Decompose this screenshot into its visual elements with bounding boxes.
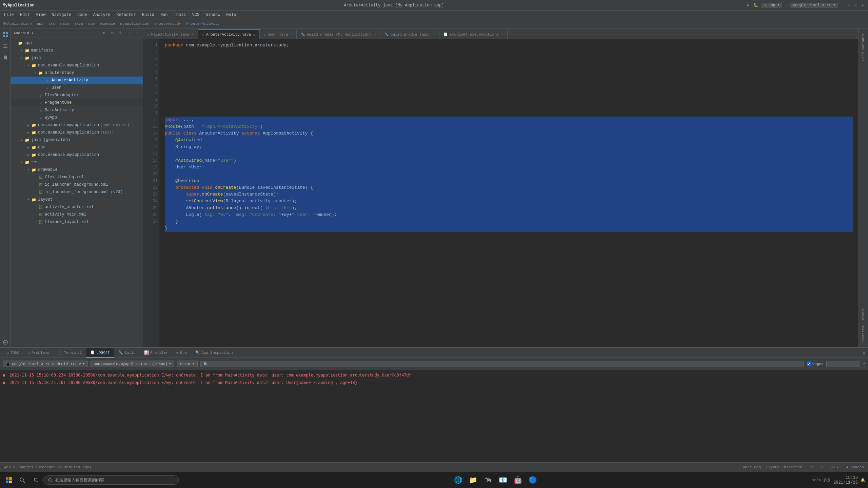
event-log-link[interactable]: Event Log — [741, 465, 761, 469]
tree-item-fragmentone[interactable]: ☕ FragmentOne — [11, 99, 143, 106]
nav-myapplication[interactable]: MyApplication — [3, 22, 32, 26]
menu-navigate[interactable]: Navigate — [49, 12, 74, 18]
panel-icon-collapse[interactable]: ÷ — [117, 30, 124, 37]
tree-item-com[interactable]: ▶ 📁 com — [11, 144, 143, 151]
tab-logcat[interactable]: 📋 Logcat — [86, 348, 114, 358]
tree-item-arouterstudy[interactable]: ▾ 📁 arouterstudy — [11, 69, 143, 77]
logcat-regex-toggle[interactable]: Regex — [807, 362, 824, 366]
menu-refactor[interactable]: Refactor — [114, 12, 139, 18]
taskbar-search-bar[interactable]: 在这里输入你要搜索的内容 — [43, 475, 179, 485]
tree-item-mainactivity[interactable]: ☕ MainActivity — [11, 106, 143, 114]
nav-app[interactable]: app — [37, 22, 43, 26]
toolbar-run-action[interactable]: ▶ — [746, 3, 751, 8]
tree-item-activity-main[interactable]: 🖼 activity_main.xml — [11, 211, 143, 218]
notification-icon[interactable]: 🔔 — [861, 478, 865, 482]
search-taskbar-button[interactable] — [16, 474, 28, 486]
tree-item-layout[interactable]: ▾ 📁 layout — [11, 196, 143, 203]
tree-item-com2[interactable]: ▶ 📁 com.example.myapplication — [11, 151, 143, 159]
menu-help[interactable]: Help — [223, 12, 239, 18]
menu-vcs[interactable]: VCS — [190, 12, 202, 18]
logcat-device-selector[interactable]: 📱 Google Pixel 3 XL Android 11, A ▾ — [3, 361, 88, 367]
app-icon[interactable]: 🤖 — [512, 474, 524, 486]
tab-buildgradle-my[interactable]: 🔧 build.gradle (My Application) ✕ — [297, 29, 380, 39]
explorer-icon[interactable]: 📁 — [467, 474, 479, 486]
tree-item-wyapp[interactable]: ☕ WyApp — [11, 114, 143, 121]
tree-item-package[interactable]: ▾ 📁 com.example.myapplication — [11, 62, 143, 69]
panel-icon-scroll[interactable]: → — [125, 30, 132, 37]
layout-inspector-link[interactable]: Layout Inspector — [766, 465, 802, 469]
start-button[interactable] — [3, 474, 15, 486]
tab-close[interactable]: ✕ — [501, 32, 503, 37]
menu-window[interactable]: Window — [203, 12, 223, 18]
tree-item-java-gen[interactable]: ▶ 📁 java (generated) — [11, 136, 143, 144]
tab-buildgradle-app[interactable]: 🔧 build.gradle (app) ✕ — [380, 29, 439, 39]
panel-icon-expand[interactable]: ⊞ — [109, 30, 116, 37]
tree-item-test[interactable]: ▶ 📁 com.example.myapplication (test) — [11, 129, 143, 136]
nav-com[interactable]: com — [88, 22, 95, 26]
tab-settings[interactable]: ⚙ — [860, 348, 868, 358]
tree-item-activity-arouter[interactable]: 🖼 activity_arouter.xml — [11, 203, 143, 211]
favorites-label[interactable]: Favorites — [860, 323, 867, 347]
tree-item-flexboxadapter[interactable]: ☕ FlexBoxAdapter — [11, 92, 143, 99]
menu-build[interactable]: Build — [139, 12, 157, 18]
maximize-button[interactable]: □ — [853, 3, 859, 8]
menu-view[interactable]: View — [33, 12, 48, 18]
logcat-search-input[interactable] — [200, 361, 804, 367]
mail-icon[interactable]: 📧 — [497, 474, 509, 486]
panel-icon-settings[interactable]: ⚙ — [101, 30, 107, 37]
tab-close[interactable]: ✕ — [191, 32, 194, 37]
menu-file[interactable]: File — [1, 12, 17, 18]
taskview-button[interactable]: ⧉ — [30, 474, 42, 486]
tab-close[interactable]: ✕ — [374, 32, 376, 37]
menu-run[interactable]: Run — [158, 12, 171, 18]
project-icon[interactable] — [1, 30, 10, 39]
chrome-icon[interactable]: 🔵 — [527, 474, 539, 486]
tree-item-flexbox-layout[interactable]: 🖼 flexbox_layout.xml — [11, 218, 143, 226]
tab-todo[interactable]: ☑ TODO — [3, 348, 24, 358]
structure-icon[interactable] — [1, 41, 10, 51]
code-body[interactable]: package com.example.myapplication.aroute… — [159, 39, 859, 347]
nav-example[interactable]: example — [100, 22, 115, 26]
toolbar-target-device[interactable]: Google Pixel 3 XL ▾ — [790, 3, 838, 8]
project-panel-title[interactable]: Android ▾ — [14, 31, 34, 35]
tree-item-res[interactable]: ▾ 📁 res — [11, 159, 143, 166]
menu-edit[interactable]: Edit — [17, 12, 33, 18]
logcat-package-selector[interactable]: com.example.myapplication (20580) ▾ — [91, 361, 174, 367]
store-icon[interactable]: 🛍 — [482, 474, 494, 486]
tab-close[interactable]: ✕ — [290, 32, 292, 37]
tab-user[interactable]: ☕ User.java ✕ — [260, 29, 297, 39]
nav-java[interactable]: java — [74, 22, 83, 26]
tree-item-java[interactable]: ▾ 📁 java — [11, 54, 143, 62]
tab-build[interactable]: 🔧 Build — [114, 348, 140, 358]
resource-manager-icon[interactable] — [1, 338, 10, 347]
toolbar-debug-action[interactable]: 🐛 — [752, 3, 760, 8]
tab-run[interactable]: ▶ Run — [173, 348, 191, 358]
close-button[interactable]: ✕ — [860, 3, 865, 8]
minimize-button[interactable]: − — [846, 3, 852, 8]
tree-item-arouteractivity[interactable]: ☕ ArouterActivity — [11, 77, 143, 84]
menu-analyze[interactable]: Analyze — [91, 12, 113, 18]
regex-checkbox[interactable] — [807, 362, 811, 366]
tree-item-ic-bg[interactable]: 🖼 ic_launcher_background.xml — [11, 181, 143, 188]
tab-arouteractivity[interactable]: ☕ ArouterActivity.java ✕ — [198, 29, 260, 39]
gradle-label[interactable]: Gradle — [860, 305, 867, 323]
nav-arouterstudy[interactable]: arouterstudy — [154, 22, 181, 26]
edge-icon[interactable]: 🌐 — [452, 474, 464, 486]
tree-item-androidtest[interactable]: ▶ 📁 com.example.myapplication (androidTe… — [11, 121, 143, 129]
tab-close[interactable]: ✕ — [253, 33, 255, 37]
menu-code[interactable]: Code — [75, 12, 90, 18]
nav-myapplication2[interactable]: myapplication — [120, 22, 150, 26]
tab-profiler[interactable]: 📊 Profiler — [140, 348, 173, 358]
nav-arouteractivity[interactable]: ArouterActivity — [186, 22, 220, 26]
tree-item-flex-bg[interactable]: 🖼 flex_item_bg.xml — [11, 174, 143, 181]
nav-src[interactable]: src — [48, 22, 55, 26]
tab-app-inspection[interactable]: 🔍 App Inspection — [191, 348, 237, 358]
logcat-level-selector[interactable]: Error ▾ — [177, 361, 198, 367]
tab-close[interactable]: ✕ — [433, 32, 435, 37]
tree-item-manifests[interactable]: ▾ 📁 manifests — [11, 47, 143, 54]
menu-tools[interactable]: Tools — [171, 12, 189, 18]
tab-vmoptions[interactable]: 📄 studio64.exe.vmoptions ✕ — [439, 29, 508, 39]
tree-item-user[interactable]: ☕ User — [11, 84, 143, 92]
tree-item-app[interactable]: ▾ 📁 app — [11, 39, 143, 47]
nav-main[interactable]: main — [60, 22, 69, 26]
